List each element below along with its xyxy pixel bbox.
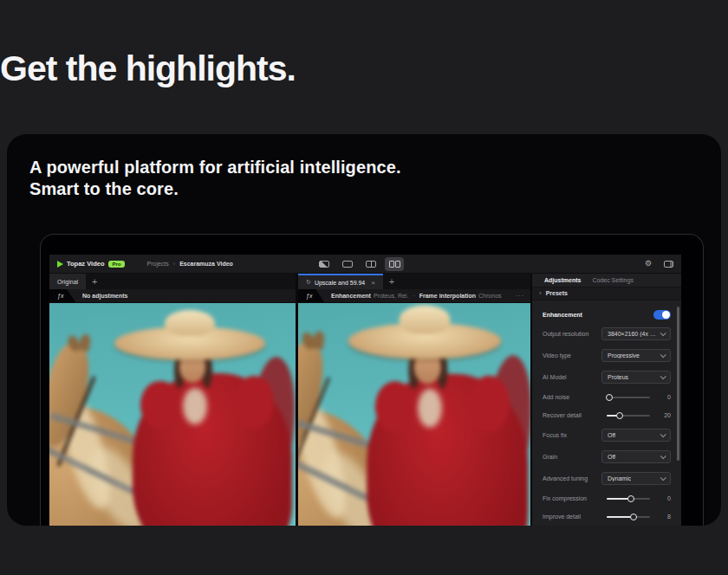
chevron-down-icon — [660, 475, 666, 481]
video-frame-left — [49, 303, 296, 526]
add-tab-button[interactable]: + — [86, 274, 103, 289]
sidebar-tabs: Adjustments Codec Settings — [532, 274, 681, 288]
tab-adjustments[interactable]: Adjustments — [544, 277, 581, 283]
advanced-tuning-dropdown[interactable]: Dynamic — [601, 472, 671, 485]
workspace: Original + ƒx No adjustments — [49, 274, 681, 526]
pro-badge: Pro — [108, 261, 124, 268]
card-copy: A powerful platform for artificial intel… — [29, 157, 401, 200]
right-tabstrip: ↻ Upscale and 59.94 × + — [298, 274, 530, 289]
view-mode-group — [315, 255, 404, 274]
panel-toggle-button[interactable] — [664, 261, 673, 268]
left-infobar: ƒx No adjustments — [49, 289, 296, 303]
fix-compression-slider[interactable] — [607, 494, 650, 503]
page: { "page": { "heading": "Get the highligh… — [0, 0, 728, 575]
fix-compression-row: Fix compression 0 — [543, 489, 671, 507]
presets-row[interactable]: › Presets — [532, 288, 681, 300]
enhancement-toggle[interactable] — [653, 310, 671, 320]
breadcrumb-current: Escaramuza Video — [179, 261, 233, 267]
ai-model-dropdown[interactable]: Proteus — [601, 371, 671, 384]
video-frame-right — [298, 303, 530, 526]
chevron-down-icon — [660, 373, 666, 379]
presets-label: Presets — [546, 290, 568, 296]
recover-detail-row: Recover detail 20 — [543, 406, 671, 424]
enhancement-row: Enhancement — [543, 306, 671, 323]
card-copy-line-1: A powerful platform for artificial intel… — [29, 158, 401, 177]
fx-icon: ƒx — [49, 289, 75, 302]
enhancement-label: Enhancement — [543, 312, 582, 318]
view-mode-split-button[interactable] — [361, 257, 380, 271]
video-type-dropdown[interactable]: Progressive — [601, 349, 671, 362]
breadcrumb-projects[interactable]: Projects — [147, 261, 169, 267]
brand-name: Topaz Video — [67, 260, 104, 268]
sidebar-content: Enhancement Output resolution 3840×2160 … — [532, 300, 681, 526]
topbar-right-group: ⚙ — [645, 260, 673, 268]
split-view-icon — [366, 261, 376, 268]
left-tabstrip: Original + — [49, 274, 296, 289]
close-tab-icon[interactable]: × — [371, 279, 375, 287]
video-type-row: Video type Progressive — [543, 345, 671, 366]
add-noise-slider[interactable] — [607, 393, 650, 402]
chevron-down-icon — [660, 352, 666, 358]
app-window: Topaz Video Pro Projects › Escaramuza Vi… — [49, 255, 681, 526]
sidebar: Adjustments Codec Settings › Presets Enh… — [532, 274, 681, 526]
info-enhancement-value: Proteus, Rel. — [374, 293, 408, 299]
advanced-tuning-row: Advanced tuning Dynamic — [543, 468, 671, 489]
chevron-down-icon — [660, 431, 666, 437]
chevron-down-icon — [660, 453, 666, 459]
right-infobar: ƒx Enhancement Proteus, Rel. · Frame int… — [298, 289, 530, 303]
recover-detail-slider[interactable] — [607, 411, 650, 420]
side-by-side-icon — [389, 261, 400, 268]
video-preview-left[interactable] — [49, 303, 296, 526]
original-panel: Original + ƒx No adjustments — [49, 274, 296, 526]
improve-detail-slider[interactable] — [607, 513, 650, 521]
brand-play-icon — [57, 261, 63, 268]
more-options-icon[interactable]: ··· — [516, 293, 524, 299]
single-view-icon — [342, 261, 353, 268]
card-copy-line-2: Smart to the core. — [29, 179, 179, 198]
tab-upscale[interactable]: ↻ Upscale and 59.94 × — [298, 274, 383, 289]
focus-fix-dropdown[interactable]: Off — [601, 429, 671, 442]
view-mode-diagonal-button[interactable] — [315, 257, 334, 271]
page-title: Get the highlights. — [0, 48, 296, 89]
upscale-panel: ↻ Upscale and 59.94 × + ƒx Enhancement P… — [298, 274, 530, 526]
info-frame-label: Frame interpolation — [419, 293, 476, 299]
grain-row: Grain Off — [543, 446, 671, 468]
settings-gear-button[interactable]: ⚙ — [645, 260, 652, 268]
tab-codec-settings[interactable]: Codec Settings — [592, 277, 633, 283]
add-noise-row: Add noise 0 — [543, 388, 671, 406]
refresh-icon: ↻ — [306, 279, 311, 286]
breadcrumb: Projects › Escaramuza Video — [147, 261, 233, 267]
info-enhancement-label: Enhancement — [331, 293, 371, 299]
info-frame-value: Chronos — [478, 293, 501, 299]
app-topbar: Topaz Video Pro Projects › Escaramuza Vi… — [49, 255, 681, 274]
info-separator: · — [413, 293, 414, 299]
diagonal-split-icon — [319, 261, 329, 268]
add-tab-button-right[interactable]: + — [383, 274, 400, 289]
improve-detail-row: Improve detail 8 — [543, 507, 671, 526]
highlight-card: A powerful platform for artificial intel… — [7, 134, 721, 526]
grain-dropdown[interactable]: Off — [601, 450, 671, 463]
output-resolution-dropdown[interactable]: 3840×2160 (4x … — [601, 327, 671, 340]
chevron-right-icon: › — [539, 289, 542, 297]
view-mode-side-by-side-button[interactable] — [385, 257, 404, 271]
output-resolution-row: Output resolution 3840×2160 (4x … — [543, 323, 671, 345]
video-preview-right[interactable] — [298, 303, 530, 526]
chevron-right-icon: › — [173, 261, 175, 267]
tab-original[interactable]: Original — [49, 274, 86, 289]
chevron-down-icon — [660, 330, 666, 336]
fx-icon: ƒx — [298, 289, 324, 302]
device-frame: Topaz Video Pro Projects › Escaramuza Vi… — [40, 234, 704, 526]
view-mode-single-button[interactable] — [338, 257, 357, 271]
left-info-text: No adjustments — [82, 293, 128, 299]
sidebar-scrollbar[interactable] — [677, 307, 679, 461]
ai-model-row: AI Model Proteus — [543, 366, 671, 388]
focus-fix-row: Focus fix Off — [543, 424, 671, 446]
